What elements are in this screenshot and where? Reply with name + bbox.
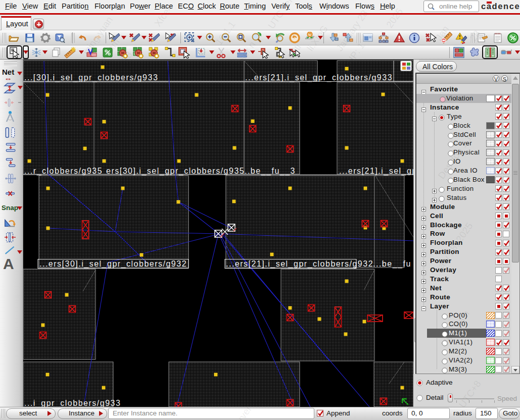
svg-text:ers[30].i_sel_gpr_clobbers/g93: ers[30].i_sel_gpr_clobbers/g935	[106, 167, 245, 176]
svg-text:...be__fu: ...be__fu	[373, 259, 411, 269]
svg-text:...ers[30].i_sel_gpr_clobbers/: ...ers[30].i_sel_gpr_clobbers/g932	[39, 259, 187, 269]
svg-text:...ers[21].i_sel_gp: ...ers[21].i_sel_gp	[339, 167, 413, 176]
svg-text:...be__fu__3: ...be__fu__3	[242, 167, 296, 176]
svg-text:...[30].i_sel_gpr_clobbers/g93: ...[30].i_sel_gpr_clobbers/g933	[24, 73, 158, 82]
svg-text:...ers[21].i_sel_gpr_clobbers/: ...ers[21].i_sel_gpr_clobbers/g933	[245, 73, 393, 82]
svg-text:...r_clobbers/g935: ...r_clobbers/g935	[24, 167, 103, 176]
svg-text:...ers[21].i_sel_gpr_clobbers/: ...ers[21].i_sel_gpr_clobbers/g932	[226, 259, 373, 269]
svg-text:...i_gpr_clobbers/g933: ...i_gpr_clobbers/g933	[24, 399, 121, 407]
